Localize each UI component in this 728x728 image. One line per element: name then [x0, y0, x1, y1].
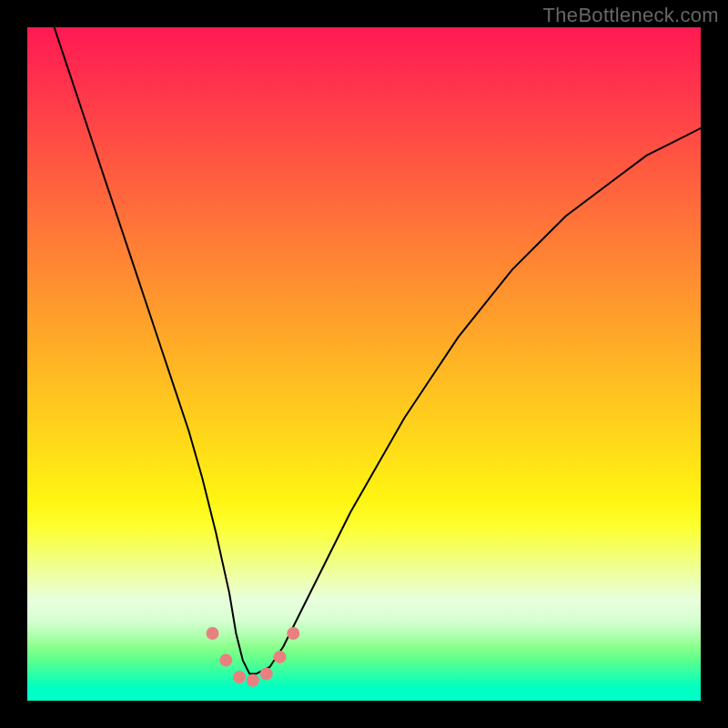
chart-svg [27, 27, 701, 701]
curve-marker [233, 671, 246, 683]
curve-marker [260, 667, 273, 680]
curve-marker [247, 674, 259, 687]
chart-frame: TheBottleneck.com [0, 0, 728, 728]
curve-marker [219, 654, 232, 667]
watermark-text: TheBottleneck.com [543, 4, 719, 27]
marker-group [207, 627, 300, 687]
curve-marker [207, 627, 219, 640]
curve-marker [287, 627, 299, 640]
curve-marker [274, 651, 287, 663]
bottleneck-curve [55, 27, 701, 673]
plot-area [27, 27, 701, 701]
